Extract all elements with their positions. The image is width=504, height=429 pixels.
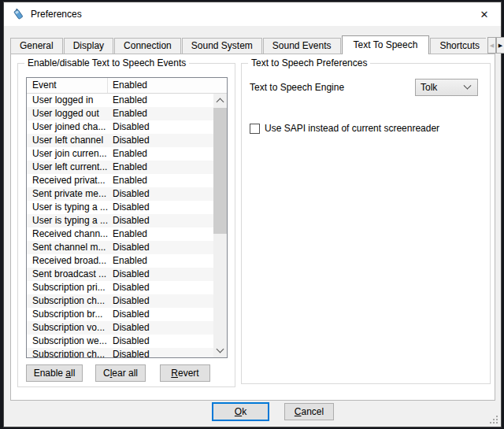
event-name: Sent broadcast ... [27, 268, 108, 281]
event-status: Enabled [108, 227, 213, 241]
event-status: Disabled [108, 201, 213, 214]
event-name: Received privat... [27, 174, 108, 187]
table-row[interactable]: Sent broadcast ... Disabled [27, 268, 213, 281]
table-row[interactable]: User is typing a ... Disabled [27, 214, 213, 227]
events-list-scrollbar[interactable] [213, 94, 227, 357]
tab-shortcuts[interactable]: Shortcuts [430, 38, 486, 54]
scrollbar-track[interactable] [213, 107, 227, 344]
event-status: Disabled [108, 321, 213, 335]
resize-grip[interactable] [490, 416, 498, 423]
engine-select[interactable]: Tolk [415, 79, 478, 96]
event-status: Disabled [108, 214, 213, 227]
event-status: Enabled [108, 107, 213, 120]
event-status: Enabled [108, 147, 213, 161]
table-row[interactable]: Subscription ch... Disabled [27, 348, 213, 357]
window-title: Preferences [31, 9, 82, 20]
table-row[interactable]: User join curren... Enabled [27, 147, 213, 161]
engine-row: Text to Speech Engine Tolk [250, 78, 482, 97]
events-groupbox-title: Enable/disable Text to Speech Events [24, 57, 189, 68]
app-icon [12, 8, 24, 20]
table-row[interactable]: User logged in Enabled [27, 94, 213, 107]
table-row[interactable]: Received privat... Enabled [27, 174, 213, 187]
engine-selected-value: Tolk [416, 82, 465, 93]
event-name: Subscription pri... [27, 281, 108, 294]
table-row[interactable]: User joined cha... Disabled [27, 120, 213, 134]
event-status: Disabled [108, 335, 213, 348]
table-row[interactable]: User left channel Disabled [27, 134, 213, 147]
event-name: Received broad... [27, 254, 108, 268]
ok-button[interactable]: Ok [212, 402, 269, 421]
preferences-groupbox-title: Text to Speech Preferences [248, 57, 370, 68]
event-name: Subscription br... [27, 308, 108, 321]
table-row[interactable]: Received broad... Enabled [27, 254, 213, 268]
event-status: Disabled [108, 308, 213, 321]
tab-bar: General Display Connection Sound System … [10, 35, 486, 54]
event-name: Received chann... [27, 227, 108, 241]
event-name: Subscription vo... [27, 321, 108, 335]
event-name: User left channel [27, 134, 108, 147]
event-name: User join curren... [27, 147, 108, 161]
table-row[interactable]: User left current... Enabled [27, 161, 213, 174]
tab-general[interactable]: General [10, 38, 63, 54]
table-row[interactable]: Received chann... Enabled [27, 227, 213, 241]
event-name: User logged in [27, 94, 108, 107]
preferences-dialog: Preferences ✕ General Display Connection… [3, 2, 502, 427]
scroll-up-icon[interactable] [213, 94, 227, 107]
event-status: Disabled [108, 187, 213, 201]
table-row[interactable]: Subscription we... Disabled [27, 335, 213, 348]
event-name: Subscription we... [27, 335, 108, 348]
scroll-down-icon[interactable] [213, 344, 227, 357]
event-status: Disabled [108, 268, 213, 281]
event-status: Enabled [108, 161, 213, 174]
event-status: Disabled [108, 281, 213, 294]
sapi-checkbox-label: Use SAPI instead of current screenreader [265, 123, 439, 134]
column-header-event[interactable]: Event [27, 78, 108, 93]
event-status: Disabled [108, 120, 213, 134]
event-name: Sent private me... [27, 187, 108, 201]
table-row[interactable]: User logged out Enabled [27, 107, 213, 120]
table-row[interactable]: Subscription ch... Disabled [27, 294, 213, 308]
tab-display[interactable]: Display [64, 38, 113, 54]
column-header-enabled[interactable]: Enabled [108, 78, 227, 93]
preferences-groupbox: Text to Speech Preferences Text to Speec… [241, 63, 491, 384]
event-status: Enabled [108, 94, 213, 107]
event-name: User is typing a ... [27, 214, 108, 227]
tab-scroll-left-icon[interactable]: ◀ [487, 37, 496, 54]
event-name: Subscription ch... [27, 294, 108, 308]
table-row[interactable]: Subscription pri... Disabled [27, 281, 213, 294]
chevron-down-icon [464, 81, 472, 89]
event-name: User left current... [27, 161, 108, 174]
tab-sound-system[interactable]: Sound System [182, 38, 262, 54]
table-row[interactable]: User is typing a ... Disabled [27, 201, 213, 214]
events-groupbox: Enable/disable Text to Speech Events Eve… [17, 63, 235, 387]
event-status: Enabled [108, 174, 213, 187]
title-bar: Preferences ✕ [4, 2, 501, 26]
sapi-check-row[interactable]: Use SAPI instead of current screenreader [250, 123, 439, 134]
tab-connection[interactable]: Connection [114, 38, 181, 54]
event-status: Disabled [108, 348, 213, 357]
text-to-speech-tab-page: Enable/disable Text to Speech Events Eve… [10, 54, 495, 401]
enable-all-button[interactable]: Enable all [26, 364, 83, 382]
event-status: Disabled [108, 241, 213, 254]
table-row[interactable]: Subscription br... Disabled [27, 308, 213, 321]
cancel-button[interactable]: Cancel [284, 403, 334, 420]
table-row[interactable]: Sent private me... Disabled [27, 187, 213, 201]
events-list-header: Event Enabled [27, 78, 227, 94]
scrollbar-thumb[interactable] [213, 108, 227, 234]
event-status: Disabled [108, 294, 213, 308]
table-row[interactable]: Subscription vo... Disabled [27, 321, 213, 335]
event-name: User joined cha... [27, 120, 108, 134]
table-row[interactable]: Sent channel m... Disabled [27, 241, 213, 254]
revert-button[interactable]: Revert [160, 364, 210, 382]
events-list-rows: User logged in Enabled User logged out E… [27, 94, 213, 357]
tab-sound-events[interactable]: Sound Events [263, 38, 341, 54]
close-icon[interactable]: ✕ [468, 2, 501, 26]
events-list[interactable]: Event Enabled User logged in Enabled [26, 77, 228, 358]
tab-scroll-right-icon[interactable]: ▶ [496, 37, 504, 54]
engine-label: Text to Speech Engine [250, 78, 344, 97]
clear-all-button[interactable]: Clear all [95, 364, 146, 382]
tab-text-to-speech[interactable]: Text To Speech [342, 35, 430, 54]
sapi-checkbox[interactable] [250, 124, 260, 134]
event-status: Enabled [108, 254, 213, 268]
event-status: Disabled [108, 134, 213, 147]
